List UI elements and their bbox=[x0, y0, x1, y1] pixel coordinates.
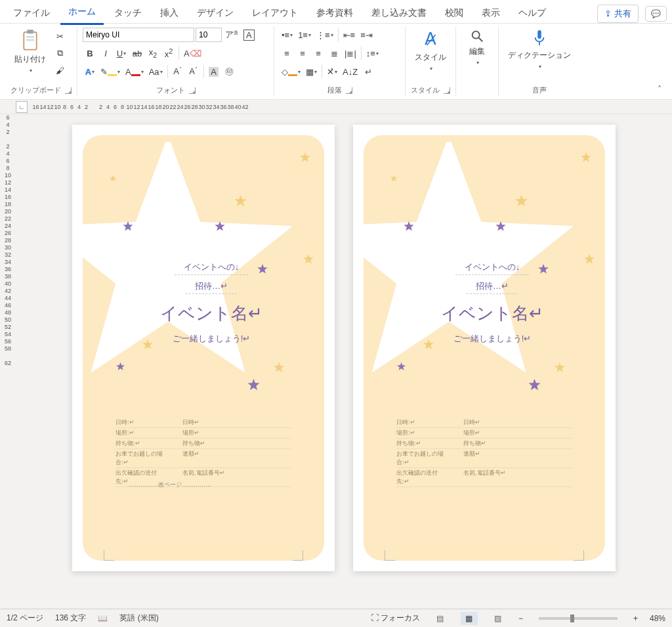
cut-button[interactable]: ✂ bbox=[52, 29, 67, 43]
underline-button[interactable]: U▾ bbox=[114, 46, 129, 60]
flyer-title[interactable]: イベント名↵ bbox=[441, 298, 543, 329]
status-page[interactable]: 1/2 ページ bbox=[7, 613, 43, 624]
zoom-in-button[interactable]: + bbox=[633, 614, 638, 623]
collapse-ribbon-button[interactable]: ˄ bbox=[652, 82, 667, 97]
editing-button[interactable]: 編集 ▾ bbox=[461, 26, 493, 68]
styles-dialog-launcher[interactable] bbox=[444, 87, 450, 94]
decrease-indent-button[interactable]: ⇤≡ bbox=[341, 28, 358, 42]
show-marks-button[interactable]: ↵ bbox=[361, 64, 375, 79]
align-center-button[interactable]: ≡ bbox=[295, 46, 310, 60]
detail-row[interactable]: 場所:↵場所↵ bbox=[116, 428, 291, 439]
bullets-button[interactable]: •≡▾ bbox=[280, 28, 295, 42]
comments-button[interactable]: 💬 bbox=[645, 6, 667, 22]
shading-button[interactable]: ◇▾ bbox=[280, 64, 303, 79]
detail-row[interactable]: 日時:↵日時↵ bbox=[116, 418, 291, 428]
clear-formatting-button[interactable]: A⌫ bbox=[182, 46, 203, 60]
document-page-2[interactable]: イベントへの↓招待…↵イベント名↵ご一緒しましょう!↵日時:↵日時↵場所:↵場所… bbox=[353, 125, 616, 571]
paragraph-dialog-launcher[interactable] bbox=[346, 87, 352, 94]
strikethrough-button[interactable]: ab bbox=[130, 46, 144, 60]
tab-selector[interactable]: ∟ bbox=[16, 101, 28, 113]
tab-design[interactable]: デザイン bbox=[189, 3, 242, 24]
focus-mode-button[interactable]: ⛶ フォーカス bbox=[371, 613, 420, 624]
styles-button[interactable]: A̷ スタイル ▾ bbox=[411, 26, 450, 74]
sort-button[interactable]: A↓Z bbox=[341, 64, 360, 79]
copy-button[interactable]: ⧉ bbox=[52, 46, 67, 60]
detail-row[interactable]: 出欠確認の送付先:↵名前,電話番号↵ bbox=[396, 468, 572, 487]
paste-button[interactable]: 貼り付け ▾ bbox=[10, 26, 50, 76]
increase-indent-button[interactable]: ≡⇥ bbox=[358, 28, 375, 42]
document-canvas[interactable]: イベントへの↓招待…↵イベント名↵ご一緒しましょう!↵日時:↵日時↵場所:↵場所… bbox=[16, 114, 672, 609]
multilevel-button[interactable]: ⋮≡▾ bbox=[314, 28, 335, 42]
line-spacing-button[interactable]: ↕≡▾ bbox=[364, 46, 381, 60]
tab-home[interactable]: ホーム bbox=[60, 2, 104, 25]
format-painter-button[interactable]: 🖌 bbox=[52, 63, 67, 77]
tab-help[interactable]: ヘルプ bbox=[511, 3, 554, 24]
detail-row[interactable]: お車でお越しの場合:↵道順↵ bbox=[396, 449, 572, 468]
tab-references[interactable]: 参考資料 bbox=[308, 3, 361, 24]
subscript-button[interactable]: x2 bbox=[146, 46, 160, 60]
enclose-chars-button[interactable]: ㊞ bbox=[222, 64, 237, 79]
bold-button[interactable]: B bbox=[83, 46, 97, 60]
flyer-subtitle[interactable]: 招待…↵ bbox=[186, 279, 237, 294]
share-button[interactable]: ⇪ 共有 bbox=[597, 5, 639, 23]
status-wordcount[interactable]: 136 文字 bbox=[55, 613, 86, 624]
status-language[interactable]: 英語 (米国) bbox=[119, 613, 158, 624]
document-page-1[interactable]: イベントへの↓招待…↵イベント名↵ご一緒しましょう!↵日時:↵日時↵場所:↵場所… bbox=[72, 125, 335, 571]
vertical-ruler[interactable]: 6422468101214161820222426283032343638404… bbox=[0, 114, 16, 609]
font-size-combo[interactable] bbox=[196, 28, 222, 42]
spellcheck-icon[interactable]: 📖 bbox=[98, 614, 108, 623]
tab-insert[interactable]: 挿入 bbox=[152, 3, 186, 24]
tab-mailings[interactable]: 差し込み文書 bbox=[364, 3, 434, 24]
justify-button[interactable]: ≣ bbox=[327, 46, 341, 60]
asian-layout-button[interactable]: ✕̂▾ bbox=[325, 64, 339, 79]
highlight-color-button[interactable]: ✎▾ bbox=[98, 64, 122, 79]
flyer-subtitle[interactable]: イベントへの↓ bbox=[455, 260, 530, 275]
tab-touch[interactable]: タッチ bbox=[106, 3, 150, 24]
flyer-title[interactable]: イベント名↵ bbox=[160, 298, 262, 329]
text-effects-button[interactable]: A▾ bbox=[83, 64, 97, 79]
ruler-tick: 30 bbox=[5, 244, 11, 251]
align-right-button[interactable]: ≡ bbox=[311, 46, 326, 60]
align-left-button[interactable]: ≡ bbox=[280, 46, 294, 60]
clipboard-dialog-launcher[interactable] bbox=[65, 87, 72, 94]
grow-font-button[interactable]: A˄ bbox=[171, 64, 185, 79]
numbering-button[interactable]: 1≡▾ bbox=[296, 28, 313, 42]
distributed-button[interactable]: |≣| bbox=[343, 46, 358, 60]
flyer-tagline[interactable]: ご一緒しましょう!↵ bbox=[173, 333, 251, 345]
dictate-button[interactable]: ディクテーション ▾ bbox=[504, 26, 575, 72]
font-dialog-launcher[interactable] bbox=[189, 87, 196, 94]
font-name-combo[interactable] bbox=[83, 28, 194, 42]
tab-file[interactable]: ファイル bbox=[5, 3, 58, 24]
superscript-button[interactable]: x2 bbox=[161, 46, 176, 60]
tab-layout[interactable]: レイアウト bbox=[244, 3, 306, 24]
char-shading-button[interactable]: A bbox=[207, 64, 221, 79]
view-read-button[interactable]: ▤ bbox=[432, 612, 449, 625]
zoom-value[interactable]: 48% bbox=[650, 614, 665, 623]
detail-row[interactable]: 持ち物:↵持ち物↵ bbox=[116, 439, 291, 449]
detail-row[interactable]: 持ち物:↵持ち物↵ bbox=[396, 439, 572, 449]
font-color-button[interactable]: A▾ bbox=[123, 64, 146, 79]
tab-review[interactable]: 校閲 bbox=[437, 3, 471, 24]
borders-button[interactable]: ▦▾ bbox=[304, 64, 319, 79]
flyer-subtitle[interactable]: 招待…↵ bbox=[467, 279, 518, 294]
italic-button[interactable]: I bbox=[98, 46, 113, 60]
phonetic-guide-button[interactable]: ア亜 bbox=[223, 28, 240, 42]
detail-row[interactable]: お車でお越しの場合:↵道順↵ bbox=[116, 449, 291, 468]
horizontal-ruler[interactable]: ∟ 16141210864224681012141618202224262830… bbox=[0, 100, 672, 114]
tab-view[interactable]: 表示 bbox=[474, 3, 508, 24]
view-web-button[interactable]: ▨ bbox=[490, 612, 507, 625]
flyer-text-block[interactable]: イベントへの↓招待…↵イベント名↵ご一緒しましょう!↵ bbox=[135, 260, 287, 345]
flyer-tagline[interactable]: ご一緒しましょう!↵ bbox=[453, 333, 532, 345]
detail-row[interactable]: 日時:↵日時↵ bbox=[396, 418, 572, 428]
view-print-button[interactable]: ▦ bbox=[461, 612, 478, 625]
flyer-details[interactable]: 日時:↵日時↵場所:↵場所↵持ち物:↵持ち物↵お車でお越しの場合:↵道順↵出欠確… bbox=[396, 418, 572, 487]
flyer-text-block[interactable]: イベントへの↓招待…↵イベント名↵ご一緒しましょう!↵ bbox=[416, 260, 568, 345]
zoom-out-button[interactable]: − bbox=[518, 614, 523, 623]
flyer-details[interactable]: 日時:↵日時↵場所:↵場所↵持ち物:↵持ち物↵お車でお越しの場合:↵道順↵出欠確… bbox=[116, 418, 291, 487]
shrink-font-button[interactable]: A˅ bbox=[186, 64, 201, 79]
detail-row[interactable]: 場所:↵場所↵ bbox=[396, 428, 572, 439]
character-border-button[interactable]: A bbox=[242, 28, 257, 42]
flyer-subtitle[interactable]: イベントへの↓ bbox=[175, 260, 249, 275]
zoom-slider[interactable] bbox=[539, 617, 618, 620]
change-case-button[interactable]: Aa▾ bbox=[147, 64, 165, 79]
